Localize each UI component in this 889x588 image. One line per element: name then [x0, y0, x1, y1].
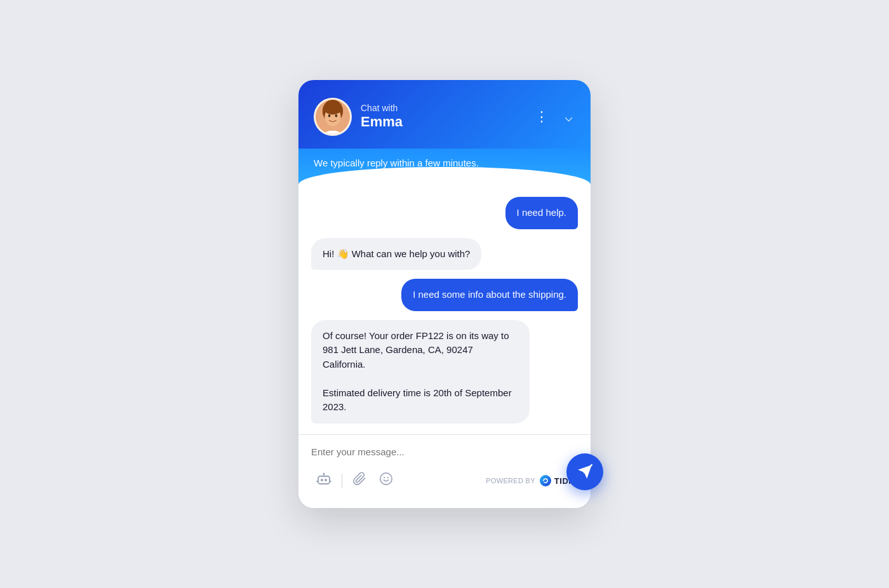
svg-point-18 [540, 475, 551, 486]
attach-icon[interactable] [347, 468, 371, 493]
svg-point-9 [321, 479, 323, 481]
send-button[interactable] [566, 453, 603, 490]
message-bubble: Hi! 👋 What can we help you with? [311, 238, 481, 271]
footer-divider [342, 474, 342, 488]
message-bubble: Of course! Your order FP122 is on its wa… [311, 320, 530, 424]
status-text: We typically reply within a few minutes. [314, 157, 479, 168]
tidio-logo-icon [539, 474, 552, 487]
header-actions: ⋮ ⌵ [532, 106, 575, 128]
powered-by-label: POWERED BY [486, 477, 535, 484]
powered-by: POWERED BY TIDIO [486, 474, 578, 487]
message-row: Of course! Your order FP122 is on its wa… [311, 320, 578, 424]
svg-point-17 [387, 477, 389, 478]
more-options-button[interactable]: ⋮ [532, 106, 552, 128]
svg-point-12 [323, 473, 325, 475]
message-bubble: I need some info about the shipping. [401, 279, 578, 311]
svg-rect-8 [318, 476, 330, 484]
svg-point-5 [324, 101, 342, 115]
bot-icon[interactable] [311, 467, 337, 494]
chat-with-label: Chat with [361, 103, 403, 114]
message-bubble: I need help. [505, 197, 578, 229]
chat-body: I need help. Hi! 👋 What can we help you … [298, 184, 591, 425]
svg-point-16 [384, 477, 385, 478]
message-row: I need help. [311, 197, 578, 229]
svg-point-6 [328, 114, 331, 117]
message-text-4: Of course! Your order FP122 is on its wa… [323, 330, 512, 413]
agent-info: Chat with Emma [361, 103, 403, 130]
svg-point-10 [324, 479, 327, 481]
agent-avatar [314, 98, 352, 136]
footer-actions [311, 467, 398, 494]
chat-input-area [298, 435, 591, 460]
chat-footer: POWERED BY TIDIO [298, 460, 591, 508]
svg-point-7 [335, 114, 338, 117]
chat-header: Chat with Emma ⋮ ⌵ [298, 80, 591, 149]
agent-name: Emma [361, 114, 403, 130]
message-row: I need some info about the shipping. [311, 279, 578, 311]
chat-widget: Chat with Emma ⋮ ⌵ We typically reply wi… [298, 80, 591, 508]
message-row: Hi! 👋 What can we help you with? [311, 238, 578, 271]
collapse-button[interactable]: ⌵ [562, 106, 575, 128]
message-input[interactable] [311, 444, 578, 460]
status-bar: We typically reply within a few minutes. [298, 149, 591, 184]
svg-point-15 [380, 473, 392, 484]
emoji-icon[interactable] [374, 468, 398, 493]
